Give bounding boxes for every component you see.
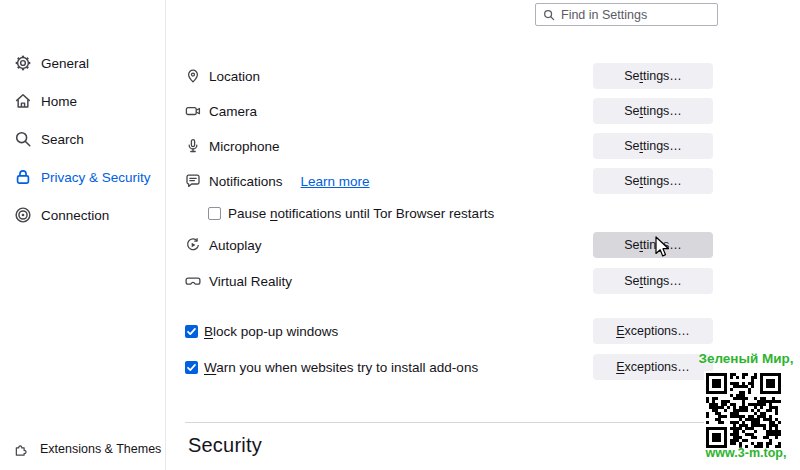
addons-exceptions-button[interactable]: Exceptions… <box>593 354 713 380</box>
permission-row-autoplay: Autoplay Settings… <box>185 232 713 258</box>
puzzle-icon <box>14 442 29 457</box>
block-popups-row: Block pop-up windows Exceptions… <box>185 318 713 344</box>
sidebar-item-privacy-security[interactable]: Privacy & Security <box>14 165 151 189</box>
permission-row-virtual-reality: Virtual Reality Settings… <box>185 268 713 294</box>
pause-notifications-checkbox[interactable] <box>208 207 221 220</box>
sidebar-item-label: Search <box>41 132 84 147</box>
watermark-title: Зеленый Мир, <box>698 351 794 366</box>
microphone-icon <box>185 138 201 154</box>
sidebar-item-label: General <box>41 56 89 71</box>
sidebar-item-label: Home <box>41 94 77 109</box>
section-divider <box>185 422 770 423</box>
vr-settings-button[interactable]: Settings… <box>593 268 713 294</box>
permission-label: Notifications <box>209 174 283 189</box>
sidebar: General Home Search Pri <box>0 0 166 470</box>
permission-label: Virtual Reality <box>209 274 292 289</box>
notifications-icon <box>185 173 201 189</box>
notifications-settings-button[interactable]: Settings… <box>593 168 713 194</box>
sidebar-item-label: Privacy & Security <box>41 170 151 185</box>
sidebar-item-label: Connection <box>41 208 109 223</box>
permission-row-microphone: Microphone Settings… <box>185 133 713 159</box>
location-icon <box>185 68 201 84</box>
warn-addons-row: Warn you when websites try to install ad… <box>185 354 713 380</box>
sidebar-item-general[interactable]: General <box>14 51 89 75</box>
autoplay-settings-button[interactable]: Settings… <box>593 232 713 258</box>
search-icon <box>14 130 32 148</box>
home-icon <box>14 92 32 110</box>
search-icon <box>543 9 555 21</box>
block-popups-checkbox[interactable] <box>185 325 198 338</box>
pause-notifications-row: Pause notifications until Tor Browser re… <box>208 201 713 225</box>
permission-row-camera: Camera Settings… <box>185 98 713 124</box>
permission-label: Location <box>209 69 260 84</box>
autoplay-icon <box>185 237 201 253</box>
gear-icon <box>14 54 32 72</box>
sidebar-item-label: Extensions & Themes <box>40 442 161 456</box>
sidebar-item-search[interactable]: Search <box>14 127 84 151</box>
sidebar-item-connection[interactable]: Connection <box>14 203 109 227</box>
permission-row-location: Location Settings… <box>185 63 713 89</box>
warn-addons-label: Warn you when websites try to install ad… <box>204 360 478 375</box>
qr-code <box>704 371 783 450</box>
sidebar-item-home[interactable]: Home <box>14 89 77 113</box>
connection-icon <box>14 206 32 224</box>
learn-more-link[interactable]: Learn more <box>301 174 370 189</box>
find-in-settings-box <box>535 3 718 26</box>
sidebar-item-extensions-themes[interactable]: Extensions & Themes <box>14 437 161 461</box>
lock-icon <box>14 168 32 186</box>
camera-icon <box>185 103 201 119</box>
camera-settings-button[interactable]: Settings… <box>593 98 713 124</box>
permission-row-notifications: Notifications Learn more Settings… <box>185 168 713 194</box>
location-settings-button[interactable]: Settings… <box>593 63 713 89</box>
settings-page: General Home Search Pri <box>0 0 800 470</box>
security-section-title: Security <box>188 434 262 457</box>
permission-label: Camera <box>209 104 257 119</box>
permission-label: Microphone <box>209 139 280 154</box>
warn-addons-checkbox[interactable] <box>185 361 198 374</box>
popup-exceptions-button[interactable]: Exceptions… <box>593 318 713 344</box>
permission-label: Autoplay <box>209 238 262 253</box>
block-popups-label: Block pop-up windows <box>204 324 338 339</box>
vr-headset-icon <box>185 273 201 289</box>
pause-notifications-label: Pause notifications until Tor Browser re… <box>228 206 494 221</box>
search-input[interactable] <box>561 8 710 22</box>
watermark-url: www.3-m.top, <box>698 446 794 460</box>
microphone-settings-button[interactable]: Settings… <box>593 133 713 159</box>
